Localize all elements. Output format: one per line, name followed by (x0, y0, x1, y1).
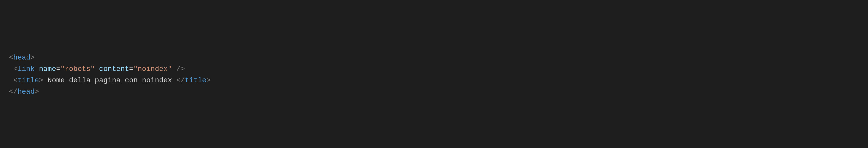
bracket: > (30, 53, 35, 62)
bracket: < (13, 76, 18, 84)
bracket: </ (176, 76, 185, 84)
tag-head-open: head (13, 53, 30, 62)
bracket: > (35, 87, 39, 96)
title-text: Nome della pagina con noindex (43, 76, 176, 84)
space (35, 65, 39, 73)
indent (9, 76, 13, 84)
bracket: </ (9, 87, 18, 96)
attr-value-noindex: "noindex" (133, 65, 172, 73)
code-line-3: <title> Nome della pagina con noindex </… (9, 75, 859, 86)
tag-title-close: title (185, 76, 206, 84)
code-line-1: <head> (9, 52, 859, 63)
space (95, 65, 99, 73)
attr-name: name (39, 65, 56, 73)
equals: = (129, 65, 133, 73)
indent (9, 65, 13, 73)
bracket: > (39, 76, 43, 84)
bracket: < (9, 53, 13, 62)
code-block: <head> <link name="robots" content="noin… (9, 52, 859, 98)
bracket: > (206, 76, 211, 84)
equals: = (56, 65, 60, 73)
tag-head-close: head (18, 87, 35, 96)
code-line-2: <link name="robots" content="noindex" /> (9, 63, 859, 75)
code-line-4: </head> (9, 86, 859, 98)
attr-content: content (99, 65, 129, 73)
bracket: < (13, 65, 18, 73)
space (172, 65, 176, 73)
attr-value-robots: "robots" (60, 65, 95, 73)
tag-link: link (18, 65, 35, 73)
tag-title-open: title (18, 76, 39, 84)
self-close-bracket: /> (176, 65, 185, 73)
